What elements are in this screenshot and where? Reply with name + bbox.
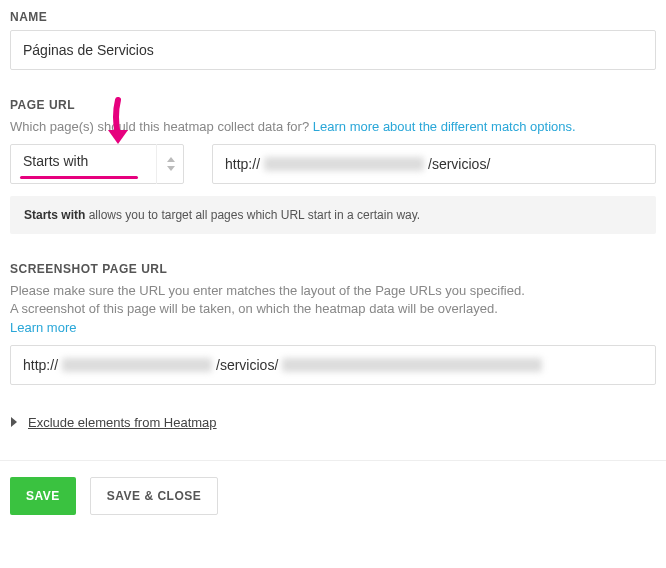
redacted-domain — [264, 157, 424, 171]
screenshot-url-input[interactable]: http:// /servicios/ — [10, 345, 656, 385]
screenshot-helper-line1: Please make sure the URL you enter match… — [10, 283, 525, 298]
name-label: NAME — [10, 10, 656, 24]
action-bar: SAVE SAVE & CLOSE — [0, 461, 666, 525]
screenshot-url-protocol: http:// — [23, 357, 58, 373]
screenshot-url-helper: Please make sure the URL you enter match… — [10, 282, 656, 337]
exclude-elements-expander[interactable]: Exclude elements from Heatmap — [10, 413, 656, 432]
name-input[interactable] — [10, 30, 656, 70]
page-url-learn-more-link[interactable]: Learn more about the different match opt… — [313, 119, 576, 134]
match-type-select[interactable]: Starts with — [10, 144, 184, 184]
screenshot-helper-line2: A screenshot of this page will be taken,… — [10, 301, 498, 316]
page-url-path: /servicios/ — [428, 156, 490, 172]
screenshot-learn-more-link[interactable]: Learn more — [10, 320, 76, 335]
screenshot-url-label: SCREENSHOT PAGE URL — [10, 262, 656, 276]
redacted-slug — [282, 358, 542, 372]
redacted-domain-2 — [62, 358, 212, 372]
screenshot-url-path: /servicios/ — [216, 357, 278, 373]
note-bold: Starts with — [24, 208, 85, 222]
page-url-input[interactable]: http:// /servicios/ — [212, 144, 656, 184]
exclude-elements-label: Exclude elements from Heatmap — [28, 415, 217, 430]
chevron-right-icon — [10, 415, 18, 430]
note-text: allows you to target all pages which URL… — [85, 208, 420, 222]
match-type-note: Starts with allows you to target all pag… — [10, 196, 656, 234]
page-url-helper: Which page(s) should this heatmap collec… — [10, 118, 656, 136]
select-sort-icon — [156, 144, 184, 184]
save-button[interactable]: SAVE — [10, 477, 76, 515]
page-url-protocol: http:// — [225, 156, 260, 172]
save-close-button[interactable]: SAVE & CLOSE — [90, 477, 218, 515]
page-url-label: PAGE URL — [10, 98, 656, 112]
page-url-helper-text: Which page(s) should this heatmap collec… — [10, 119, 309, 134]
